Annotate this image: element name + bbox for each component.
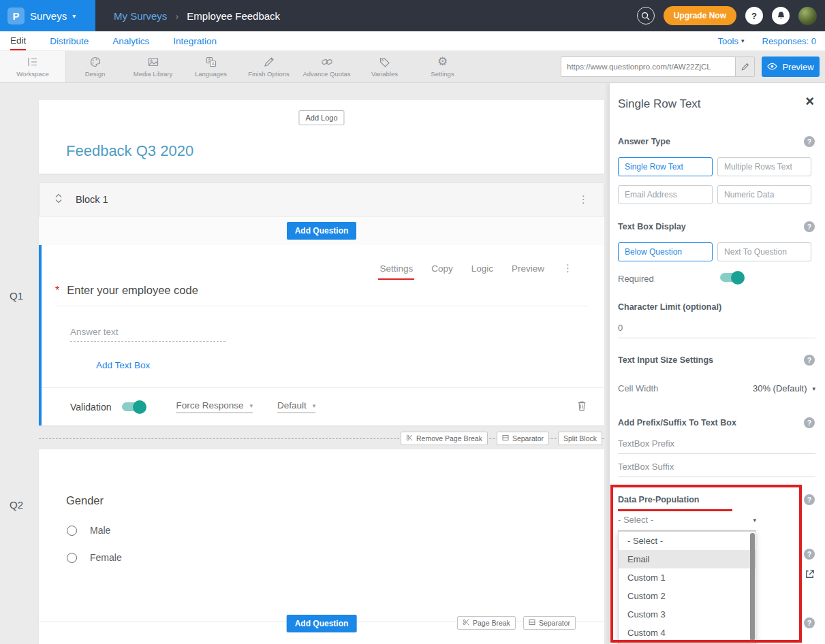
character-limit-input[interactable]: 0 [618, 323, 815, 338]
chevron-down-icon: ▾ [72, 12, 76, 20]
product-label: Surveys [30, 10, 67, 22]
radio-female[interactable] [67, 553, 77, 563]
help-icon[interactable]: ? [804, 417, 815, 428]
dropdown-option-custom-3[interactable]: Custom 3 [619, 605, 756, 624]
block-card: Block 1 ⋮ Add Question Settings Copy Log… [39, 182, 604, 425]
textbox-prefix-input[interactable]: TextBox Prefix [618, 438, 815, 454]
default-select[interactable]: Default ▾ [277, 400, 315, 413]
question-menu-kebab-icon[interactable]: ⋮ [563, 262, 573, 274]
radio-male[interactable] [67, 526, 77, 536]
help-icon[interactable]: ? [804, 617, 815, 628]
remove-page-break-button[interactable]: Remove Page Break [401, 432, 488, 445]
survey-url[interactable]: https://www.questionpro.com/t/AW22ZjCL [561, 63, 735, 71]
prefix-suffix-label: Add Prefix/Suffix To Text Box [618, 418, 736, 428]
responses-count[interactable]: Responses: 0 [762, 36, 817, 46]
notifications-bell-icon[interactable] [772, 7, 790, 25]
answer-text-field[interactable]: Answer text [70, 327, 225, 342]
upgrade-button[interactable]: Upgrade Now [664, 6, 736, 25]
split-block-button[interactable]: Split Block [558, 432, 602, 445]
survey-title[interactable]: Feedback Q3 2020 [66, 142, 193, 160]
help-icon[interactable]: ? [804, 136, 815, 147]
dropdown-option-custom-4[interactable]: Custom 4 [619, 624, 756, 642]
textbox-suffix-input[interactable]: TextBox Suffix [618, 462, 815, 477]
data-prepopulation-select[interactable]: - Select - ▾ [618, 515, 756, 531]
question-text[interactable]: Enter your employee code [67, 284, 198, 297]
block-menu-kebab-icon[interactable]: ⋮ [578, 193, 589, 206]
delete-question-trash-icon[interactable] [577, 400, 587, 414]
cell-width-select[interactable]: 30% (Default) ▾ [753, 383, 815, 393]
edit-url-pencil-icon[interactable] [735, 57, 754, 76]
option-email-address[interactable]: Email Address [618, 185, 713, 204]
tab-analytics[interactable]: Analytics [112, 31, 149, 50]
product-menu[interactable]: P Surveys ▾ [0, 0, 95, 31]
tab-settings[interactable]: Settings [379, 263, 413, 274]
search-icon[interactable] [637, 7, 655, 25]
toolbar-item-advance-quotas[interactable]: Advance Quotas [298, 51, 356, 82]
help-icon[interactable]: ? [804, 549, 815, 560]
data-prepopulation-label: Data Pre-Population [618, 495, 699, 504]
add-logo-button[interactable]: Add Logo [298, 110, 344, 125]
default-label: Default [277, 400, 307, 410]
add-text-box-link[interactable]: Add Text Box [96, 360, 150, 370]
page-break-button[interactable]: Page Break [457, 616, 516, 630]
tab-integration[interactable]: Integration [173, 31, 217, 50]
required-star: * [55, 285, 59, 297]
block-title[interactable]: Block 1 [76, 194, 108, 205]
option-multiple-rows-text[interactable]: Multiple Rows Text [717, 157, 811, 176]
survey-url-box: https://www.questionpro.com/t/AW22ZjCL [561, 57, 755, 77]
dropdown-option-custom-1[interactable]: Custom 1 [619, 568, 756, 587]
tab-distribute[interactable]: Distribute [50, 31, 89, 50]
external-link-icon[interactable] [805, 569, 815, 582]
toolbar-item-workspace[interactable]: Workspace [0, 51, 66, 82]
question-text-row: * Enter your employee code [55, 284, 589, 306]
chevron-down-icon: ▾ [250, 402, 253, 409]
add-question-button[interactable]: Add Question [287, 222, 357, 240]
force-response-label: Force Response [176, 400, 243, 410]
collapse-block-icon[interactable] [55, 193, 63, 206]
close-icon[interactable]: × [805, 93, 814, 110]
toolbar-item-finish-options[interactable]: Finish Options [240, 51, 298, 82]
chevron-down-icon: ▾ [812, 385, 815, 392]
preview-button[interactable]: Preview [762, 57, 820, 77]
add-question-strip: Add Question [39, 216, 604, 245]
force-response-select[interactable]: Force Response ▾ [176, 400, 253, 413]
breadcrumb-my-surveys[interactable]: My Surveys [114, 10, 167, 22]
help-icon[interactable]: ? [804, 355, 815, 366]
svg-text:A: A [211, 61, 215, 66]
tools-menu[interactable]: Tools ▾ [718, 36, 745, 46]
dropdown-option-custom-2[interactable]: Custom 2 [619, 587, 756, 605]
tab-copy[interactable]: Copy [431, 263, 453, 274]
validation-toggle[interactable] [122, 402, 144, 411]
footer-break-controls: Page Break Separator [457, 616, 576, 630]
tab-logic[interactable]: Logic [471, 263, 493, 274]
separator-button[interactable]: Separator [523, 616, 576, 630]
option-next-to-question[interactable]: Next To Question [717, 242, 811, 261]
toolbar-item-settings[interactable]: ⚙ Settings [414, 51, 471, 82]
add-question-button[interactable]: Add Question [287, 615, 357, 632]
breadcrumb-separator-icon: › [175, 10, 178, 22]
question-text[interactable]: Gender [66, 494, 104, 507]
toolbar-item-media-library[interactable]: Media Library [124, 51, 182, 82]
help-icon[interactable]: ? [804, 221, 815, 232]
help-icon[interactable]: ? [804, 494, 815, 505]
variables-tag-icon [379, 56, 391, 68]
toolbar-item-variables[interactable]: Variables [356, 51, 414, 82]
option-single-row-text[interactable]: Single Row Text [618, 157, 713, 176]
tab-edit[interactable]: Edit [10, 31, 26, 50]
dropdown-scrollbar[interactable] [750, 533, 755, 641]
help-icon[interactable]: ? [745, 7, 763, 25]
text-box-display-label: Text Box Display [618, 222, 686, 231]
toolbar-item-design[interactable]: Design [66, 51, 124, 82]
option-numeric-data[interactable]: Numeric Data [717, 185, 811, 204]
workspace-icon [27, 56, 39, 68]
option-below-question[interactable]: Below Question [618, 242, 713, 261]
dropdown-option-select[interactable]: - Select - [619, 532, 756, 550]
character-limit-label: Character Limit (optional) [618, 302, 721, 312]
dropdown-option-email[interactable]: Email [619, 550, 756, 568]
tab-preview[interactable]: Preview [512, 263, 544, 274]
required-toggle[interactable] [720, 273, 743, 282]
toolbar-item-languages[interactable]: A Languages [182, 51, 240, 82]
validation-label: Validation [70, 402, 111, 413]
avatar[interactable] [798, 7, 817, 25]
separator-button[interactable]: Separator [497, 432, 549, 445]
